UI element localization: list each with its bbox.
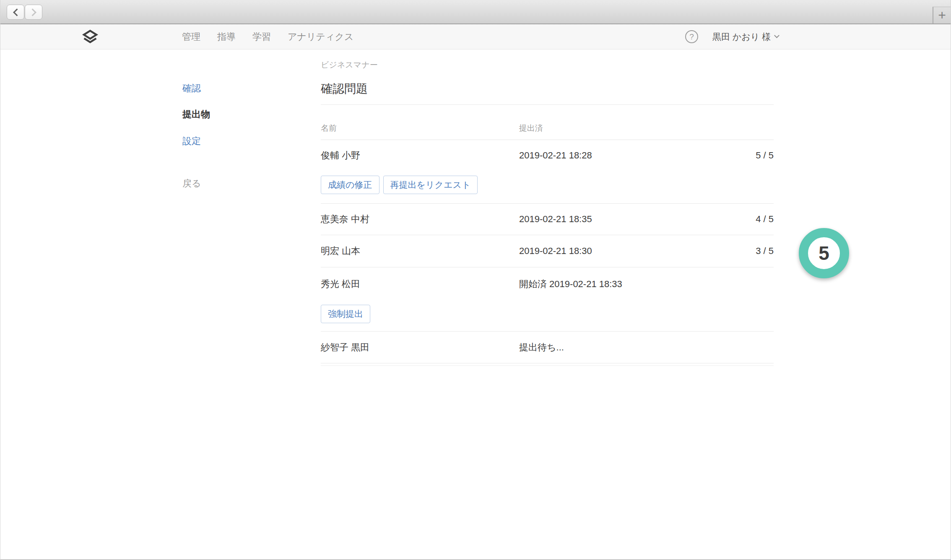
chevron-down-icon xyxy=(774,33,780,38)
plus-icon: + xyxy=(938,8,946,23)
sidebar-item-review[interactable]: 確認 xyxy=(182,83,201,94)
score-value: 5 / 5 xyxy=(719,150,774,161)
student-name: 秀光 松田 xyxy=(321,278,519,290)
student-name: 俊輔 小野 xyxy=(321,149,519,162)
nav-item-analytics[interactable]: アナリティクス xyxy=(288,31,354,43)
row-actions: 成績の修正 再提出をリクエスト xyxy=(321,176,774,194)
user-menu[interactable]: 黒田 かおり 様 xyxy=(712,31,779,43)
question-mark-glyph: ? xyxy=(689,32,694,41)
chevron-left-icon xyxy=(13,8,21,16)
forward-button[interactable] xyxy=(25,5,42,20)
table-end-divider xyxy=(321,363,774,366)
sidebar-item-submissions[interactable]: 提出物 xyxy=(182,109,210,120)
student-name: 紗智子 黒田 xyxy=(321,341,519,354)
main-nav: 管理 指導 学習 アナリティクス xyxy=(182,24,354,49)
table-row: 秀光 松田 開始済 2019-02-21 18:33 強制提出 xyxy=(321,267,774,332)
nav-item-learn[interactable]: 学習 xyxy=(252,31,271,43)
fix-grade-button[interactable]: 成績の修正 xyxy=(321,176,379,194)
table-header: 名前 提出済 xyxy=(321,105,774,140)
submitted-time: 2019-02-21 18:35 xyxy=(519,214,719,225)
sidebar-item-settings[interactable]: 設定 xyxy=(182,135,201,147)
back-button[interactable] xyxy=(7,5,24,20)
user-name: 黒田 かおり 様 xyxy=(712,31,771,43)
row-actions: 強制提出 xyxy=(321,305,774,323)
student-name: 恵美奈 中村 xyxy=(321,213,519,226)
step-number: 5 xyxy=(818,242,829,264)
column-header-submitted: 提出済 xyxy=(519,123,719,134)
annotation-step-badge: 5 xyxy=(799,228,849,278)
main-content: ビジネスマナー 確認問題 名前 提出済 俊輔 小野 2019-02-21 18:… xyxy=(321,49,774,366)
browser-window: + 管理 指導 学習 アナリティクス ? 黒田 かおり 様 確認 提出物 設定 … xyxy=(0,0,951,560)
browser-toolbar: + xyxy=(0,0,951,24)
submitted-time: 提出待ち... xyxy=(519,341,719,354)
breadcrumb: ビジネスマナー xyxy=(321,60,774,70)
app-header: 管理 指導 学習 アナリティクス ? 黒田 かおり 様 xyxy=(0,24,951,49)
table-row: 明宏 山本 2019-02-21 18:30 3 / 5 xyxy=(321,235,774,267)
table-row: 恵美奈 中村 2019-02-21 18:35 4 / 5 xyxy=(321,204,774,235)
student-name: 明宏 山本 xyxy=(321,245,519,257)
score-value: 4 / 5 xyxy=(719,214,774,225)
nav-item-admin[interactable]: 管理 xyxy=(182,31,200,43)
submitted-time: 開始済 2019-02-21 18:33 xyxy=(519,278,719,290)
chevron-right-icon xyxy=(29,8,36,16)
table-row: 俊輔 小野 2019-02-21 18:28 5 / 5 成績の修正 再提出をリ… xyxy=(321,140,774,204)
submitted-time: 2019-02-21 18:30 xyxy=(519,246,719,257)
header-right: ? 黒田 かおり 様 xyxy=(685,24,779,49)
nav-item-teach[interactable]: 指導 xyxy=(217,31,236,43)
request-resubmission-button[interactable]: 再提出をリクエスト xyxy=(383,176,478,194)
layers-logo-icon[interactable] xyxy=(82,29,99,45)
help-icon[interactable]: ? xyxy=(685,30,698,43)
new-tab-button[interactable]: + xyxy=(933,7,951,23)
column-header-name: 名前 xyxy=(321,123,519,134)
table-row: 紗智子 黒田 提出待ち... xyxy=(321,332,774,363)
force-submit-button[interactable]: 強制提出 xyxy=(321,305,370,323)
submitted-time: 2019-02-21 18:28 xyxy=(519,150,719,161)
page-title: 確認問題 xyxy=(321,81,774,96)
sidebar-item-back[interactable]: 戻る xyxy=(182,178,201,189)
score-value: 3 / 5 xyxy=(719,246,774,257)
